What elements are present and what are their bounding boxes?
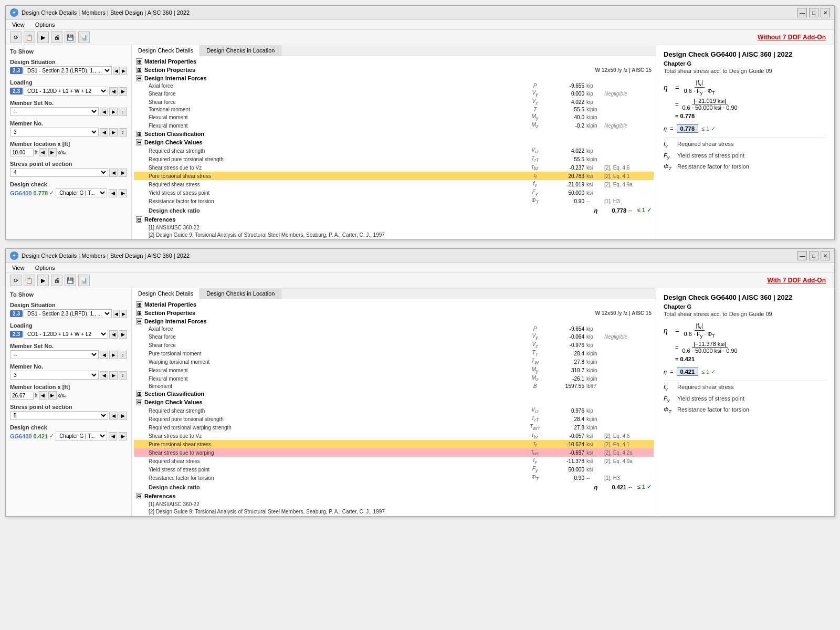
mloc-next-2[interactable]: ▶: [48, 391, 57, 400]
sec-class-expand-1[interactable]: ⊞: [136, 131, 142, 137]
mn-extra-2[interactable]: ↕: [119, 371, 127, 380]
forces-header-2[interactable]: ⊟ Design Internal Forces: [134, 317, 654, 326]
sec-props-header-1[interactable]: ⊞ Section Properties W 12x50 /y /z | AIS…: [134, 66, 654, 74]
mn-next-2[interactable]: ▶: [109, 371, 118, 380]
ds-next-1[interactable]: ▶: [121, 67, 128, 75]
tb-btn-1c[interactable]: ▶: [37, 32, 49, 43]
close-btn-2[interactable]: ✕: [821, 251, 830, 260]
dcv-header-2[interactable]: ⊟ Design Check Values: [134, 398, 654, 406]
minimize-btn-2[interactable]: —: [797, 251, 807, 260]
dc-prev-2[interactable]: ◀: [109, 432, 117, 440]
tb2-btn-b[interactable]: 📋: [24, 275, 35, 286]
tb2-btn-e[interactable]: 💾: [65, 275, 76, 286]
forces-expand-1[interactable]: ⊟: [136, 75, 142, 81]
dcv-header-1[interactable]: ⊟ Design Check Values: [134, 138, 654, 146]
addon-label-2[interactable]: With 7 DOF Add-On: [768, 277, 830, 284]
ds-select-1[interactable]: DS1 - Section 2.3 (LRFD), 1., ...: [24, 66, 112, 75]
sec-class-header-2[interactable]: ⊞ Section Classification: [134, 390, 654, 398]
sp-prev-1[interactable]: ◀: [109, 169, 118, 177]
tb2-btn-c[interactable]: ▶: [37, 275, 49, 286]
sec-expand-1[interactable]: ⊞: [136, 67, 142, 73]
ms-extra-2[interactable]: ↕: [119, 351, 127, 359]
ms-next-2[interactable]: ▶: [109, 351, 118, 359]
forces-header-1[interactable]: ⊟ Design Internal Forces: [134, 74, 654, 82]
sp-select-2[interactable]: 5: [10, 411, 108, 420]
menu-view-1[interactable]: View: [10, 21, 27, 28]
menu-options-1[interactable]: Options: [33, 21, 57, 28]
sec-props-header-2[interactable]: ⊞ Section Properties W 12x50 /y /z | AIS…: [134, 309, 654, 317]
ds-select-2[interactable]: DS1 - Section 2.3 (LRFD), 1., ...: [24, 309, 112, 318]
ref-expand-1[interactable]: ⊟: [136, 216, 142, 223]
mloc-prev-2[interactable]: ◀: [39, 391, 47, 400]
maximize-btn-1[interactable]: □: [809, 8, 818, 17]
dcv-expand-2[interactable]: ⊟: [136, 399, 142, 405]
ms-next-1[interactable]: ▶: [109, 108, 118, 116]
sp-select-1[interactable]: 4: [10, 168, 108, 177]
load-next-1[interactable]: ▶: [119, 87, 127, 96]
tb2-btn-d[interactable]: 🖨: [51, 275, 62, 286]
load-select-2[interactable]: CO1 - 1.20D + L1 + W + L2: [24, 330, 108, 339]
tb-btn-1b[interactable]: 📋: [24, 32, 35, 43]
memberno-select-1[interactable]: 3: [10, 128, 99, 136]
load-select-1[interactable]: CO1 - 1.20D + L1 + W + L2: [24, 87, 108, 96]
maximize-btn-2[interactable]: □: [809, 251, 818, 260]
addon-label-1[interactable]: Without 7 DOF Add-On: [758, 34, 830, 41]
dc-next-2[interactable]: ▶: [119, 432, 127, 440]
tab-details-1[interactable]: Design Check Details: [132, 45, 200, 56]
tab-location-1[interactable]: Design Checks in Location: [200, 45, 281, 56]
tb-btn-1e[interactable]: 💾: [65, 32, 76, 43]
ms-extra-1[interactable]: ↕: [119, 108, 127, 116]
dcv-expand-1[interactable]: ⊟: [136, 139, 142, 145]
tb2-btn-f[interactable]: 📊: [78, 275, 90, 286]
sp-next-2[interactable]: ▶: [119, 412, 127, 420]
tb2-btn-a[interactable]: ⟳: [10, 275, 22, 286]
menu-view-2[interactable]: View: [10, 264, 27, 271]
mat-expand-1[interactable]: ⊞: [136, 58, 142, 65]
sec-class-header-1[interactable]: ⊞ Section Classification: [134, 130, 654, 138]
load-prev-1[interactable]: ◀: [109, 87, 118, 96]
dc-value-1: GG6400: [10, 190, 32, 196]
dc-next-1[interactable]: ▶: [119, 189, 127, 197]
forces-expand-2[interactable]: ⊟: [136, 318, 142, 324]
mloc-next-1[interactable]: ▶: [48, 148, 57, 156]
minimize-btn-1[interactable]: —: [797, 8, 807, 17]
ds-prev-1[interactable]: ◀: [113, 67, 120, 75]
ref-header-2[interactable]: ⊟ References: [134, 492, 654, 500]
mat-props-label-2: Material Properties: [144, 301, 196, 308]
load-prev-2[interactable]: ◀: [109, 330, 118, 339]
load-next-2[interactable]: ▶: [119, 330, 127, 339]
sec-class-expand-2[interactable]: ⊞: [136, 391, 142, 397]
memberset-select-1[interactable]: --: [10, 107, 99, 116]
tab-details-2[interactable]: Design Check Details: [132, 288, 200, 299]
ds-prev-2[interactable]: ◀: [113, 310, 120, 318]
dc-chapter-select-2[interactable]: Chapter G | T...: [56, 432, 107, 440]
sp-prev-2[interactable]: ◀: [109, 412, 118, 420]
close-btn-1[interactable]: ✕: [821, 8, 830, 17]
dc-prev-1[interactable]: ◀: [109, 189, 117, 197]
mn-extra-1[interactable]: ↕: [119, 128, 127, 136]
ms-prev-1[interactable]: ◀: [100, 108, 108, 116]
tab-location-2[interactable]: Design Checks in Location: [200, 288, 281, 299]
mn-prev-1[interactable]: ◀: [100, 128, 108, 136]
window-title-1: Design Check Details | Members | Steel D…: [22, 9, 190, 16]
tb-btn-1d[interactable]: 🖨: [51, 32, 62, 43]
sp-next-1[interactable]: ▶: [119, 169, 127, 177]
sec-props-value-1: W 12x50 /y /z | AISC 15: [595, 67, 652, 73]
ms-prev-2[interactable]: ◀: [100, 351, 108, 359]
dc-chapter-select-1[interactable]: Chapter G | T...: [56, 188, 107, 197]
sec-expand-2[interactable]: ⊞: [136, 310, 142, 316]
ref-header-1[interactable]: ⊟ References: [134, 215, 654, 224]
mat-props-header-2[interactable]: ⊞ Material Properties: [134, 300, 654, 309]
memberset-select-2[interactable]: --: [10, 350, 99, 359]
mat-expand-2[interactable]: ⊞: [136, 301, 142, 308]
mat-props-header-1[interactable]: ⊞ Material Properties: [134, 57, 654, 66]
memberno-select-2[interactable]: 3: [10, 371, 99, 380]
ds-next-2[interactable]: ▶: [121, 310, 128, 318]
tb-btn-1f[interactable]: 📊: [78, 32, 90, 43]
menu-options-2[interactable]: Options: [33, 264, 57, 271]
mn-next-1[interactable]: ▶: [109, 128, 118, 136]
ref-expand-2[interactable]: ⊟: [136, 493, 142, 499]
mloc-prev-1[interactable]: ◀: [39, 148, 47, 156]
mn-prev-2[interactable]: ◀: [100, 371, 108, 380]
tb-btn-1a[interactable]: ⟳: [10, 32, 22, 43]
